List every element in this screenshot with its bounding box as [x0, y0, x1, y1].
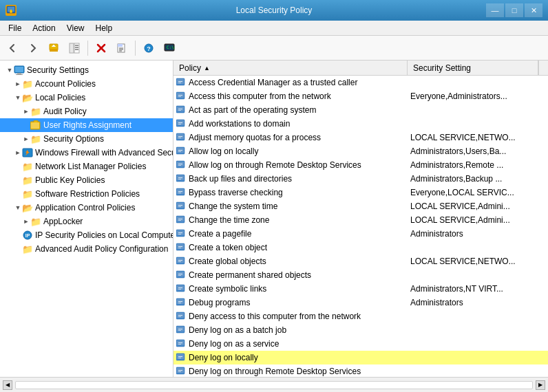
tree-local-policies[interactable]: ▼ 📂 Local Policies	[0, 91, 173, 105]
list-row[interactable]: Create global objects LOCAL SERVICE,NETW…	[173, 254, 548, 268]
show-hide-button[interactable]	[65, 39, 84, 58]
security-setting: Everyone,Administrators...	[410, 91, 507, 101]
list-row[interactable]: Back up files and directories Administra…	[173, 172, 548, 186]
export-button[interactable]	[112, 39, 131, 58]
expand-icon-audit[interactable]: ►	[22, 107, 30, 116]
expand-icon-security-options[interactable]: ►	[22, 135, 30, 143]
list-row[interactable]: Allow log on locally Administrators,User…	[173, 144, 548, 158]
policy-row-icon	[176, 353, 186, 362]
list-row[interactable]: Allow log on through Remote Desktop Serv…	[173, 158, 548, 172]
tree-windows-firewall[interactable]: ► Windows Firewall with Advanced Secu	[0, 146, 173, 160]
list-row[interactable]: Adjust memory quotas for a process LOCAL…	[173, 131, 548, 144]
svg-rect-7	[74, 43, 79, 53]
policy-name: Allow log on through Remote Desktop Serv…	[189, 160, 361, 170]
tree-ip-security[interactable]: IP IP Security Policies on Local Compute	[0, 228, 173, 242]
list-row[interactable]: Deny log on locally	[173, 351, 548, 364]
up-button[interactable]	[44, 39, 63, 58]
menu-action[interactable]: Action	[27, 22, 61, 34]
scroll-left-button[interactable]: ◀	[3, 380, 12, 390]
svg-rect-76	[178, 220, 181, 221]
expand-icon-network[interactable]	[14, 162, 22, 171]
tree-advanced-audit[interactable]: 📁 Advanced Audit Policy Configuration	[0, 242, 173, 256]
list-row[interactable]: Act as part of the operating system	[173, 103, 548, 117]
list-row[interactable]: Bypass traverse checking Everyone,LOCAL …	[173, 186, 548, 199]
list-row[interactable]: Create a pagefile Administrators	[173, 227, 548, 241]
list-row[interactable]: Create a token object	[173, 241, 548, 254]
list-row[interactable]: Add workstations to domain	[173, 117, 548, 131]
expand-icon-account[interactable]: ►	[14, 80, 22, 88]
svg-rect-40	[178, 96, 181, 97]
list-cell-policy: Change the time zone	[173, 215, 408, 225]
security-setting: Everyone,LOCAL SERVIC...	[410, 188, 514, 197]
column-header-policy[interactable]: Policy ▲	[173, 61, 408, 75]
list-row[interactable]: Access this computer from the network Ev…	[173, 89, 548, 103]
svg-rect-108	[178, 330, 181, 331]
scroll-right-button[interactable]: ▶	[536, 380, 545, 390]
svg-text:?: ?	[147, 45, 151, 52]
policy-row-icon	[176, 270, 186, 280]
list-row[interactable]: Change the system time LOCAL SERVICE,Adm…	[173, 199, 548, 213]
expand-icon-user-rights[interactable]	[22, 121, 30, 129]
expand-icon-firewall[interactable]: ►	[14, 149, 22, 157]
menu-file[interactable]: File	[3, 22, 27, 34]
list-row[interactable]: Create permanent shared objects	[173, 268, 548, 282]
policy-row-icon	[176, 298, 186, 307]
forward-button[interactable]	[23, 39, 43, 58]
expand-icon-software[interactable]	[14, 190, 22, 198]
policy-row-icon	[176, 133, 186, 142]
list-row[interactable]: Deny log on as a batch job	[173, 323, 548, 337]
svg-rect-59	[178, 164, 182, 164]
svg-rect-68	[178, 193, 181, 193]
menu-help[interactable]: Help	[90, 22, 118, 34]
tree-applocker[interactable]: ► 📁 AppLocker	[0, 215, 173, 228]
list-row[interactable]: Change the time zone LOCAL SERVICE,Admin…	[173, 213, 548, 227]
tree-network-list[interactable]: 📁 Network List Manager Policies	[0, 160, 173, 173]
minimize-button[interactable]: —	[486, 3, 504, 17]
policy-row-icon	[176, 160, 186, 170]
tree-security-settings[interactable]: ▼ Security Settings	[0, 63, 173, 77]
policy-name: Bypass traverse checking	[189, 188, 283, 197]
expand-icon-public-key[interactable]	[14, 176, 22, 184]
menu-view[interactable]: View	[61, 22, 90, 34]
delete-button[interactable]	[92, 39, 111, 58]
tree-public-key[interactable]: 📁 Public Key Policies	[0, 173, 173, 187]
list-row[interactable]: Create symbolic links Administrators,NT …	[173, 282, 548, 296]
svg-rect-103	[178, 315, 182, 316]
list-row[interactable]: Debug programs Administrators	[173, 296, 548, 309]
list-body[interactable]: Access Credential Manager as a trusted c…	[173, 76, 548, 377]
tree-app-control[interactable]: ▼ 📂 Application Control Policies	[0, 201, 173, 215]
expand-icon-applocker[interactable]: ►	[22, 217, 30, 226]
expand-icon[interactable]: ▼	[6, 66, 14, 74]
tree-user-rights[interactable]: User Rights Assignment	[0, 118, 173, 132]
horizontal-scrollbar[interactable]	[15, 381, 533, 389]
policy-row-icon	[176, 215, 186, 225]
firewall-icon	[22, 147, 33, 158]
console-button[interactable]: C:\>	[160, 39, 179, 58]
expand-icon-ip[interactable]	[14, 231, 22, 239]
security-setting: Administrators,Backup ...	[410, 174, 502, 184]
maximize-button[interactable]: □	[505, 3, 523, 17]
list-cell-security: Administrators	[408, 298, 548, 307]
list-row[interactable]: Access Credential Manager as a trusted c…	[173, 76, 548, 89]
tree-security-options[interactable]: ► 📁 Security Options	[0, 132, 173, 146]
tree-software-restriction[interactable]: 📁 Software Restriction Policies	[0, 187, 173, 201]
tree-label-ip: IP Security Policies on Local Compute	[35, 228, 173, 242]
tree-audit-policy[interactable]: ► 📁 Audit Policy	[0, 105, 173, 118]
close-button[interactable]: ✕	[525, 3, 542, 17]
menu-bar: File Action View Help	[0, 21, 548, 36]
list-row[interactable]: Deny log on through Remote Desktop Servi…	[173, 364, 548, 377]
tree-account-policies[interactable]: ► 📁 Account Policies	[0, 77, 173, 91]
policy-name: Change the system time	[189, 202, 277, 211]
svg-rect-91	[178, 274, 182, 274]
expand-icon-advanced-audit[interactable]	[14, 245, 22, 253]
list-row[interactable]: Deny log on as a service	[173, 337, 548, 351]
column-header-security[interactable]: Security Setting	[408, 61, 538, 75]
help-button[interactable]: ?	[139, 39, 158, 58]
expand-icon-local[interactable]: ▼	[14, 94, 22, 102]
back-button[interactable]	[3, 39, 22, 58]
list-row[interactable]: Deny access to this computer from the ne…	[173, 309, 548, 323]
expand-icon-app-control[interactable]: ▼	[14, 204, 22, 212]
policy-name: Deny log on locally	[189, 353, 258, 362]
tree-label-security-options: Security Options	[43, 132, 104, 146]
tree-label-local: Local Policies	[35, 91, 85, 105]
